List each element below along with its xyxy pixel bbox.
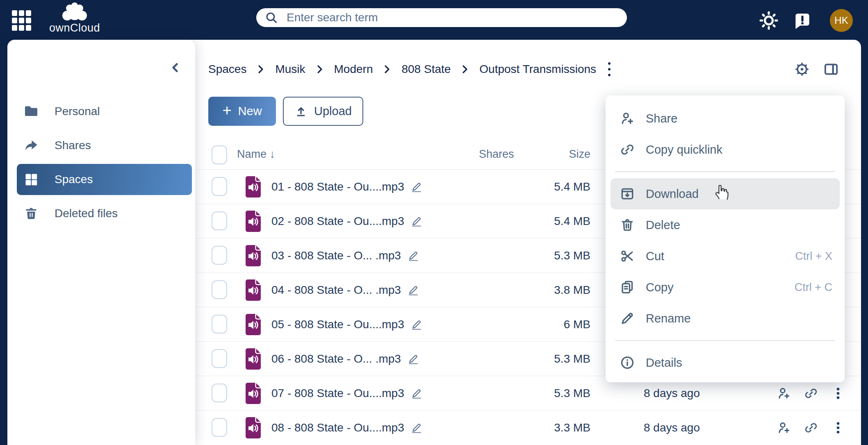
rename-inline-icon[interactable] (411, 181, 422, 193)
file-name[interactable]: 06 - 808 State - O... .mp3 (271, 352, 401, 366)
select-all-checkbox[interactable] (212, 145, 227, 164)
file-context-menu: Share Copy quicklink Download (606, 95, 845, 382)
cloud-logo-icon (46, 1, 103, 25)
row-actions (777, 411, 845, 445)
menu-item-rename[interactable]: Rename (611, 303, 840, 334)
rename-inline-icon[interactable] (411, 422, 422, 434)
chevron-right-icon (317, 65, 323, 74)
info-icon (620, 355, 635, 370)
file-name[interactable]: 05 - 808 State - Ou....mp3 (271, 318, 404, 331)
more-options-icon[interactable] (831, 420, 845, 435)
new-button-label: New (238, 104, 262, 118)
file-name[interactable]: 03 - 808 State - O... .mp3 (271, 249, 401, 262)
file-name[interactable]: 04 - 808 State - O... .mp3 (271, 284, 401, 297)
sidebar-item-shares[interactable]: Shares (17, 130, 192, 161)
user-avatar[interactable]: HK (830, 9, 853, 32)
search-bar[interactable] (256, 8, 627, 27)
audio-file-icon (244, 244, 262, 267)
breadcrumb-context-menu-icon[interactable] (608, 62, 611, 76)
breadcrumb-item-current[interactable]: Outpost Transmissions (479, 63, 596, 76)
chevron-right-icon (384, 65, 390, 74)
feedback-chat-icon[interactable] (792, 11, 813, 31)
trash-icon (23, 206, 39, 221)
breadcrumb-item[interactable]: Spaces (208, 63, 246, 76)
file-size: 5.4 MB (508, 204, 590, 238)
audio-file-icon (244, 382, 262, 405)
theme-toggle-sun-icon[interactable] (758, 10, 779, 31)
collapse-sidebar-icon[interactable] (169, 61, 182, 74)
rename-inline-icon[interactable] (411, 216, 422, 227)
file-size: 5.3 MB (508, 376, 590, 411)
row-checkbox[interactable] (212, 384, 227, 402)
row-checkbox[interactable] (212, 418, 227, 437)
upload-button-label: Upload (314, 104, 352, 118)
sidebar-nav: Personal Shares Spaces (7, 96, 195, 232)
menu-item-copy-quicklink[interactable]: Copy quicklink (611, 134, 840, 165)
breadcrumb-item[interactable]: Musik (275, 63, 305, 76)
audio-file-icon (244, 175, 262, 198)
upload-button[interactable]: Upload (283, 97, 363, 126)
settings-gear-icon[interactable] (794, 61, 810, 77)
pencil-icon (620, 311, 635, 326)
top-bar: ownCloud HK (0, 0, 868, 40)
breadcrumb-item[interactable]: Modern (334, 63, 373, 76)
search-input[interactable] (286, 11, 619, 25)
file-size: 5.3 MB (508, 238, 590, 273)
file-name[interactable]: 01 - 808 State - Ou....mp3 (271, 180, 404, 193)
rename-inline-icon[interactable] (408, 353, 419, 365)
sidebar-item-spaces[interactable]: Spaces (17, 164, 192, 195)
file-size: 3.3 MB (508, 411, 590, 445)
left-sidebar: Personal Shares Spaces (7, 40, 195, 445)
row-checkbox[interactable] (212, 246, 227, 265)
sidebar-item-label: Spaces (55, 173, 93, 186)
audio-file-icon (244, 279, 262, 302)
trash-icon (620, 217, 635, 233)
rename-inline-icon[interactable] (411, 388, 422, 399)
menu-item-details[interactable]: Details (611, 347, 840, 378)
menu-item-download[interactable]: Download (611, 178, 840, 209)
menu-item-copy[interactable]: Copy Ctrl + C (611, 272, 840, 303)
rename-inline-icon[interactable] (408, 284, 419, 296)
audio-file-icon (244, 347, 262, 370)
new-button[interactable]: + New (208, 97, 276, 126)
rename-inline-icon[interactable] (411, 319, 422, 330)
breadcrumb: Spaces Musik Modern 808 State Outpost Tr… (208, 60, 611, 78)
folder-icon (23, 104, 39, 119)
column-header-size[interactable]: Size (533, 148, 590, 161)
sidebar-item-personal[interactable]: Personal (17, 96, 192, 127)
menu-divider (615, 340, 835, 341)
menu-item-delete[interactable]: Delete (611, 209, 840, 241)
owncloud-logo[interactable]: ownCloud (46, 1, 103, 34)
breadcrumb-item[interactable]: 808 State (401, 63, 451, 76)
plus-icon: + (222, 102, 231, 119)
quicklink-icon[interactable] (804, 386, 818, 401)
right-panel-toggle-icon[interactable] (823, 61, 839, 77)
download-icon (620, 186, 635, 202)
file-size: 5.4 MB (508, 170, 590, 204)
sort-arrow-icon: ↓ (270, 148, 276, 160)
column-header-shares[interactable]: Shares (479, 148, 514, 161)
share-add-icon[interactable] (777, 420, 791, 435)
share-add-icon[interactable] (777, 386, 791, 401)
search-icon (264, 11, 278, 25)
row-checkbox[interactable] (212, 280, 227, 299)
app-launcher-icon[interactable] (12, 10, 31, 31)
row-checkbox[interactable] (212, 315, 227, 334)
file-size: 3.8 MB (508, 273, 590, 307)
menu-item-share[interactable]: Share (611, 103, 840, 134)
sidebar-item-deleted-files[interactable]: Deleted files (17, 198, 192, 229)
row-checkbox[interactable] (212, 177, 227, 196)
rename-inline-icon[interactable] (408, 250, 419, 261)
column-header-name[interactable]: Name ↓ (237, 148, 275, 161)
person-plus-icon (620, 111, 635, 126)
file-name[interactable]: 07 - 808 State - Ou....mp3 (271, 387, 404, 400)
row-checkbox[interactable] (212, 211, 227, 230)
quicklink-icon[interactable] (804, 420, 818, 435)
grid-icon (23, 172, 39, 187)
more-options-icon[interactable] (831, 386, 845, 401)
row-checkbox[interactable] (212, 349, 227, 368)
file-name[interactable]: 02 - 808 State - Ou....mp3 (271, 215, 404, 228)
file-name[interactable]: 08 - 808 State - Ou....mp3 (271, 421, 404, 434)
menu-item-cut[interactable]: Cut Ctrl + X (611, 241, 840, 272)
file-size: 6 MB (508, 307, 590, 342)
